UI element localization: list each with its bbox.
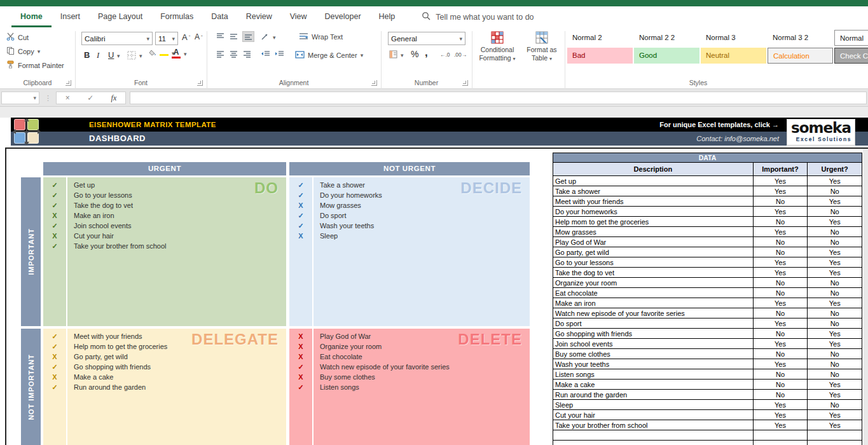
matrix-item[interactable]: ✓Watch new episode of your favorite seri…	[289, 362, 530, 372]
matrix-item[interactable]: ✓Go to your lessons	[43, 190, 286, 200]
cell-description[interactable]: Go shopping with friends	[553, 329, 753, 338]
cell-description[interactable]	[553, 430, 753, 440]
cell-description[interactable]: Join school events	[553, 339, 753, 348]
cell-important[interactable]: Yes	[753, 318, 808, 328]
cell-important[interactable]: No	[753, 288, 808, 298]
cell-important[interactable]: No	[753, 217, 808, 226]
matrix-item[interactable]: ✓Take the dog to vet	[43, 200, 286, 210]
cell-urgent[interactable]: Yes	[807, 257, 862, 267]
bottom-align-button[interactable]	[243, 32, 254, 41]
cell-urgent[interactable]: No	[807, 349, 862, 359]
tab-data[interactable]: Data	[202, 6, 237, 27]
font-size-combobox[interactable]: 11 ▾	[155, 32, 178, 45]
column-header-urgent[interactable]: Urgent?	[807, 163, 862, 175]
cell-description[interactable]: Go party, get wild	[553, 247, 753, 257]
top-align-button[interactable]	[216, 33, 224, 40]
cell-description[interactable]: Wash your teeths	[553, 359, 753, 369]
cell-description[interactable]: Help mom to get the groceries	[553, 217, 753, 226]
cell-description[interactable]: Make a cake	[553, 380, 753, 389]
cell-urgent[interactable]: Yes	[807, 380, 862, 389]
style-chip-neutral[interactable]: Neutral	[701, 48, 766, 64]
cell-description[interactable]: Cut your hair	[553, 410, 753, 420]
cell-description[interactable]: Mow grasses	[553, 227, 753, 236]
tab-insert[interactable]: Insert	[52, 6, 89, 27]
tab-developer[interactable]: Developer	[316, 6, 370, 27]
cell-urgent[interactable]	[807, 441, 862, 445]
underline-dropdown-arrow[interactable]: ▾	[117, 53, 120, 59]
someka-logo[interactable]: someka Excel Solutions	[787, 119, 855, 146]
copy-dropdown-arrow[interactable]: ▾	[38, 48, 41, 55]
cell-important[interactable]: No	[753, 369, 808, 379]
cell-urgent[interactable]: Yes	[807, 268, 862, 277]
conditional-formatting-button[interactable]: Conditional Formatting ▾	[474, 31, 520, 63]
cell-important[interactable]: Yes	[753, 410, 808, 420]
cell-urgent[interactable]	[807, 430, 862, 440]
cell-urgent[interactable]: Yes	[807, 298, 862, 308]
tab-home[interactable]: Home	[11, 6, 52, 27]
cell-important[interactable]: Yes	[753, 359, 808, 369]
cell-description[interactable]: Take a shower	[553, 186, 753, 196]
cell-urgent[interactable]: No	[807, 369, 862, 379]
column-header-important[interactable]: Important?	[753, 163, 808, 175]
cell-urgent[interactable]: No	[807, 186, 862, 196]
cell-urgent[interactable]: Yes	[807, 196, 862, 206]
number-dialog-launcher[interactable]	[462, 80, 468, 86]
cell-important[interactable]: Yes	[753, 176, 808, 186]
middle-align-button[interactable]	[230, 33, 238, 40]
style-chip-normal[interactable]: Normal	[834, 30, 868, 46]
cell-description[interactable]: Sleep	[553, 400, 753, 409]
orientation-dropdown-arrow[interactable]: ▾	[273, 34, 276, 41]
matrix-item[interactable]: ✓Do sport	[289, 210, 530, 221]
matrix-item[interactable]: XMow grasses	[289, 200, 530, 210]
cell-description[interactable]: Do sport	[553, 318, 753, 328]
merge-center-button[interactable]: Merge & Center ▾	[295, 51, 363, 60]
cancel-icon[interactable]: ×	[65, 93, 70, 102]
cell-description[interactable]	[553, 441, 753, 445]
cell-important[interactable]: No	[753, 247, 808, 257]
matrix-item[interactable]: ✓Go shopping with friends	[43, 362, 286, 372]
style-chip-good[interactable]: Good	[634, 48, 699, 64]
cell-urgent[interactable]: No	[807, 400, 862, 409]
cell-important[interactable]: No	[753, 380, 808, 389]
underline-button[interactable]: U	[108, 50, 114, 60]
cell-important[interactable]: Yes	[753, 400, 808, 409]
cell-urgent[interactable]: Yes	[807, 390, 862, 399]
promo-link[interactable]: For unique Excel templates, click →	[659, 118, 779, 132]
font-size-dropdown-arrow[interactable]: ▾	[172, 36, 175, 42]
percent-style-button[interactable]: %	[411, 49, 418, 59]
font-name-dropdown-arrow[interactable]: ▾	[146, 36, 149, 42]
cell-important[interactable]: No	[753, 390, 808, 399]
cell-description[interactable]: Run around the garden	[553, 390, 753, 399]
matrix-item[interactable]: ✓Run around the garden	[43, 382, 286, 392]
number-format-combobox[interactable]: General ▾	[388, 32, 465, 45]
merge-center-dropdown-arrow[interactable]: ▾	[361, 52, 364, 58]
cell-description[interactable]: Listen songs	[553, 369, 753, 379]
cell-description[interactable]: Do your homeworks	[553, 207, 753, 216]
tab-help[interactable]: Help	[370, 6, 404, 27]
cell-urgent[interactable]: Yes	[807, 410, 862, 420]
borders-dropdown-arrow[interactable]: ▾	[139, 53, 142, 59]
tab-formulas[interactable]: Formulas	[151, 6, 202, 27]
cell-urgent[interactable]: No	[807, 288, 862, 298]
cell-urgent[interactable]: No	[807, 278, 862, 287]
cell-important[interactable]: Yes	[753, 227, 808, 236]
cell-important[interactable]: No	[753, 237, 808, 247]
cell-important[interactable]: Yes	[753, 298, 808, 308]
cell-important[interactable]: Yes	[753, 268, 808, 277]
matrix-item[interactable]: XSleep	[289, 231, 530, 241]
matrix-item[interactable]: XBuy some clothes	[289, 372, 530, 382]
insert-function-icon[interactable]: fx	[111, 93, 117, 103]
cell-urgent[interactable]: Yes	[807, 420, 862, 430]
style-chip-normal-2[interactable]: Normal 2	[567, 30, 633, 46]
cell-urgent[interactable]: No	[807, 207, 862, 216]
align-center-button[interactable]	[230, 51, 238, 58]
cell-description[interactable]: Buy some clothes	[553, 349, 753, 359]
cell-description[interactable]: Take the dog to vet	[553, 268, 753, 277]
font-color-dropdown-arrow[interactable]: ▾	[184, 51, 187, 57]
matrix-item[interactable]: ✓Wash your teeths	[289, 221, 530, 231]
font-color-button[interactable]: A ▾	[172, 49, 187, 58]
matrix-item[interactable]: XEat chocolate	[289, 352, 530, 362]
style-chip-normal-3[interactable]: Normal 3	[701, 30, 766, 46]
tab-view[interactable]: View	[281, 6, 316, 27]
cell-urgent[interactable]: No	[807, 237, 862, 247]
